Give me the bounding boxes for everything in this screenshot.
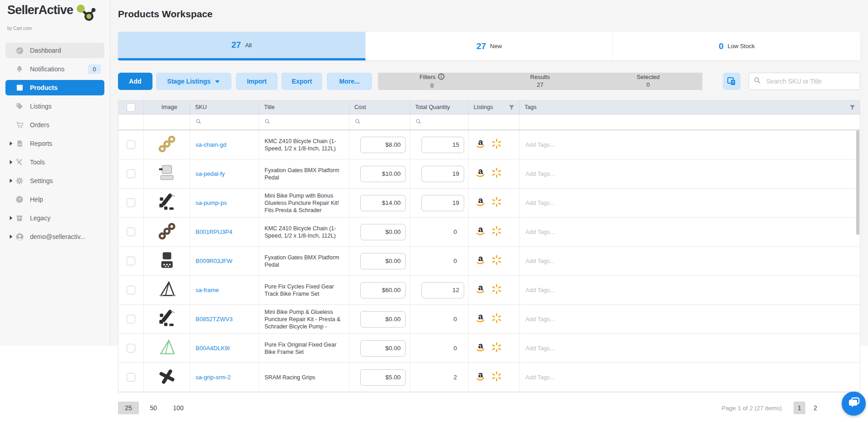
cost-input[interactable] — [360, 137, 406, 153]
sidebar-item-listings[interactable]: Listings — [5, 99, 104, 114]
sidebar-item-legacy[interactable]: Legacy — [5, 210, 104, 226]
sku-link[interactable]: B00A4DLK9I — [196, 345, 230, 352]
brand-logo[interactable]: SellerActive by Cart.com — [0, 0, 110, 32]
cost-input[interactable] — [360, 253, 406, 269]
more-button[interactable]: More... — [327, 73, 372, 90]
add-button[interactable]: Add — [118, 73, 152, 90]
row-checkbox[interactable] — [127, 228, 135, 236]
row-checkbox[interactable] — [127, 344, 135, 352]
quantity-input[interactable] — [422, 195, 464, 211]
page-size-50[interactable]: 50 — [143, 402, 164, 414]
add-tags-field[interactable]: Add Tags... — [525, 258, 555, 264]
add-tags-field[interactable]: Add Tags... — [525, 287, 555, 293]
sidebar-item-help[interactable]: ?Help — [5, 192, 104, 207]
add-tags-field[interactable]: Add Tags... — [525, 170, 555, 177]
sidebar-item-products[interactable]: Products — [5, 80, 104, 95]
tab-label: Low Stock — [727, 43, 755, 50]
page-size-25[interactable]: 25 — [118, 402, 139, 414]
grid-body: sa-chain-gdKMC Z410 Bicycle Chain (1-Spe… — [118, 130, 860, 392]
sku-link[interactable]: sa-chain-gd — [196, 141, 226, 148]
cost-input[interactable] — [360, 195, 406, 211]
page-info: Page 1 of 2 (27 items) — [721, 405, 782, 412]
quantity-input[interactable] — [422, 166, 464, 182]
sku-link[interactable]: B0852TZWV3 — [196, 316, 233, 323]
sku-link[interactable]: sa-pedal-fy — [196, 170, 225, 177]
page-button-1[interactable]: 1 — [794, 402, 805, 414]
column-header-title[interactable]: Title — [259, 100, 349, 114]
add-tags-field[interactable]: Add Tags... — [525, 316, 555, 323]
column-header-image[interactable]: Image — [144, 100, 190, 114]
add-tags-field[interactable]: Add Tags... — [525, 199, 555, 206]
page-button-2[interactable]: 2 — [809, 402, 821, 414]
column-header-tags[interactable]: Tags — [520, 100, 860, 114]
total-quantity-filter-input[interactable] — [410, 114, 469, 129]
vertical-scrollbar[interactable] — [856, 130, 859, 235]
sku-filter-input[interactable] — [190, 114, 259, 129]
tab-new[interactable]: 27New — [366, 32, 613, 60]
sidebar-item-notifications[interactable]: Notifications0 — [5, 61, 104, 77]
column-header-sku[interactable]: SKU — [190, 100, 259, 114]
row-checkbox[interactable] — [127, 373, 135, 382]
cost-filter-input[interactable] — [349, 114, 410, 129]
select-all-checkbox[interactable] — [127, 103, 135, 112]
product-image — [157, 279, 177, 302]
export-button[interactable]: Export — [281, 73, 322, 90]
product-image — [157, 163, 177, 185]
cost-input[interactable] — [360, 369, 406, 386]
row-checkbox[interactable] — [127, 169, 135, 178]
info-icon[interactable] — [438, 73, 445, 82]
chat-button[interactable] — [842, 392, 866, 416]
column-header-listings[interactable]: Listings — [469, 100, 520, 114]
search-input[interactable] — [765, 77, 855, 85]
sidebar-item-tools[interactable]: Tools — [5, 154, 104, 170]
stat-value: 0 — [430, 82, 433, 90]
row-checkbox[interactable] — [127, 140, 135, 149]
filter-funnel-icon[interactable] — [849, 104, 856, 111]
listings-cell: a — [469, 276, 520, 304]
column-header-total-quantity[interactable]: Total Quantity — [410, 100, 469, 114]
row-checkbox[interactable] — [127, 286, 135, 294]
filter-funnel-icon[interactable] — [508, 104, 515, 111]
column-chooser-button[interactable] — [723, 73, 741, 90]
sku-link[interactable]: B001RPU3P4 — [196, 228, 232, 235]
row-checkbox[interactable] — [127, 315, 135, 323]
import-button[interactable]: Import — [236, 73, 278, 90]
amazon-icon: a — [475, 167, 486, 180]
column-header-cost[interactable]: Cost — [349, 100, 410, 114]
page-size-100[interactable]: 100 — [168, 402, 189, 414]
sku-link[interactable]: B009R03JFW — [196, 258, 232, 264]
add-tags-field[interactable]: Add Tags... — [525, 345, 555, 352]
tab-all[interactable]: 27All — [118, 32, 366, 60]
cost-input[interactable] — [360, 166, 406, 182]
tab-low-stock[interactable]: 0Low Stock — [613, 32, 860, 60]
cost-input[interactable] — [360, 224, 406, 240]
row-checkbox[interactable] — [127, 199, 135, 207]
listings-cell: a — [469, 189, 520, 217]
add-tags-field[interactable]: Add Tags... — [525, 141, 555, 148]
cost-input[interactable] — [360, 340, 406, 357]
quantity-input[interactable] — [422, 137, 464, 153]
sidebar-item-settings[interactable]: Settings — [5, 173, 104, 189]
add-tags-field[interactable]: Add Tags... — [525, 374, 555, 381]
sku-link[interactable]: sa-grip-srm-2 — [196, 374, 230, 381]
sidebar-item-orders[interactable]: Orders — [5, 117, 104, 133]
sidebar-item-reports[interactable]: Reports — [5, 136, 104, 151]
sku-link[interactable]: sa-pump-ps — [196, 199, 227, 206]
svg-text:a: a — [478, 342, 483, 350]
sku-link[interactable]: sa-frame — [196, 287, 219, 293]
quantity-value: 0 — [453, 345, 464, 352]
listings-cell: a — [469, 363, 520, 392]
stage-listings-button[interactable]: Stage Listings — [156, 73, 231, 90]
add-tags-field[interactable]: Add Tags... — [525, 228, 555, 235]
quantity-value: 2 — [453, 374, 464, 381]
cost-input[interactable] — [360, 282, 406, 298]
row-checkbox[interactable] — [127, 257, 135, 265]
sidebar-item-dashboard[interactable]: Dashboard — [5, 43, 104, 58]
title-filter-input[interactable] — [259, 114, 349, 129]
page-size-group: 2550100 — [118, 402, 193, 414]
brand-name: SellerActive — [7, 4, 73, 17]
column-search-icon — [196, 118, 201, 126]
cost-input[interactable] — [360, 311, 406, 328]
quantity-input[interactable] — [422, 282, 464, 298]
sidebar-item-account[interactable]: demo@selleractiv... — [5, 229, 104, 244]
